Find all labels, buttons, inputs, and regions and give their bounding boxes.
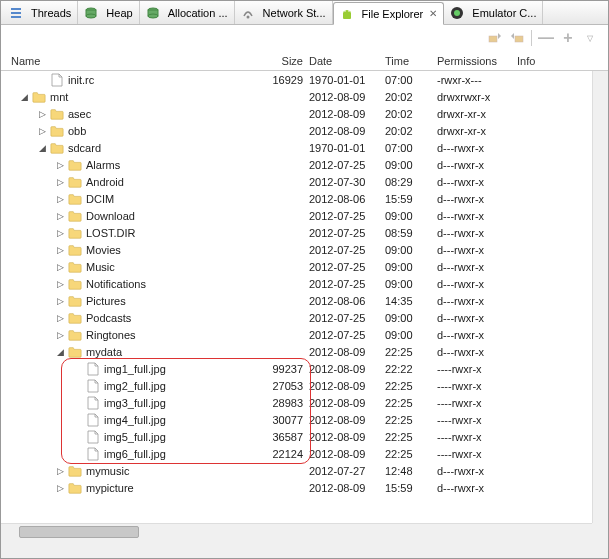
date-cell: 2012-08-09 (309, 108, 385, 120)
expander-icon[interactable]: ▷ (55, 482, 66, 493)
item-name: Android (86, 176, 124, 188)
folder-row[interactable]: ▷Ringtones2012-07-2509:00d---rwxr-x (1, 326, 608, 343)
folder-row[interactable]: ▷asec2012-08-0920:02drwxr-xr-x (1, 105, 608, 122)
expander-icon[interactable]: ▷ (55, 176, 66, 187)
folder-icon (50, 107, 64, 121)
tab-allocation-[interactable]: Allocation ... (140, 1, 235, 24)
add-icon[interactable]: + (560, 30, 576, 46)
folder-row[interactable]: ▷mypicture2012-08-0915:59d---rwxr-x (1, 479, 608, 496)
col-date[interactable]: Date (309, 55, 385, 67)
delete-icon[interactable]: — (538, 30, 554, 46)
tab-threads[interactable]: Threads (3, 1, 78, 24)
expander-icon[interactable]: ◢ (19, 91, 30, 102)
date-cell: 2012-07-25 (309, 261, 385, 273)
col-name[interactable]: Name (1, 55, 261, 67)
folder-icon (50, 141, 64, 155)
expander-icon (73, 431, 84, 442)
expander-icon[interactable]: ▷ (55, 278, 66, 289)
item-name: Download (86, 210, 135, 222)
svg-point-8 (148, 14, 158, 18)
col-permissions[interactable]: Permissions (437, 55, 517, 67)
item-name: img1_full.jpg (104, 363, 166, 375)
folder-row[interactable]: ▷Music2012-07-2509:00d---rwxr-x (1, 258, 608, 275)
col-size[interactable]: Size (261, 55, 309, 67)
folder-row[interactable]: ◢sdcard1970-01-0107:00d---rwxr-x (1, 139, 608, 156)
date-cell: 2012-07-27 (309, 465, 385, 477)
folder-row[interactable]: ▷Notifications2012-07-2509:00d---rwxr-x (1, 275, 608, 292)
time-cell: 08:29 (385, 176, 437, 188)
pull-icon[interactable] (487, 30, 503, 46)
perm-cell: ----rwxr-x (437, 363, 517, 375)
perm-cell: d---rwxr-x (437, 142, 517, 154)
file-icon (86, 362, 100, 376)
expander-icon[interactable]: ◢ (55, 346, 66, 357)
col-time[interactable]: Time (385, 55, 437, 67)
tab-heap[interactable]: Heap (78, 1, 139, 24)
folder-icon (68, 209, 82, 223)
menu-icon[interactable]: ▽ (582, 30, 598, 46)
expander-icon (73, 397, 84, 408)
folder-row[interactable]: ◢mydata2012-08-0922:25d---rwxr-x (1, 343, 608, 360)
vertical-scrollbar[interactable] (592, 71, 608, 523)
file-row[interactable]: img3_full.jpg289832012-08-0922:25----rwx… (1, 394, 608, 411)
expander-icon (73, 363, 84, 374)
expander-icon[interactable]: ▷ (55, 295, 66, 306)
file-row[interactable]: img1_full.jpg992372012-08-0922:22----rwx… (1, 360, 608, 377)
tab-file-explorer[interactable]: File Explorer✕ (333, 2, 445, 25)
expander-icon[interactable]: ▷ (55, 159, 66, 170)
item-name: obb (68, 125, 86, 137)
folder-row[interactable]: ▷Android2012-07-3008:29d---rwxr-x (1, 173, 608, 190)
expander-icon[interactable]: ▷ (55, 210, 66, 221)
item-name: Notifications (86, 278, 146, 290)
perm-cell: ----rwxr-x (437, 397, 517, 409)
folder-row[interactable]: ◢mnt2012-08-0920:02drwxrwxr-x (1, 88, 608, 105)
expander-icon[interactable]: ▷ (55, 244, 66, 255)
date-cell: 1970-01-01 (309, 142, 385, 154)
file-row[interactable]: init.rc169291970-01-0107:00-rwxr-x--- (1, 71, 608, 88)
expander-icon[interactable]: ◢ (37, 142, 48, 153)
time-cell: 22:25 (385, 380, 437, 392)
item-name: LOST.DIR (86, 227, 136, 239)
file-row[interactable]: img5_full.jpg365872012-08-0922:25----rwx… (1, 428, 608, 445)
tab-emulator-c-[interactable]: Emulator C... (444, 1, 543, 24)
horizontal-scrollbar[interactable] (1, 523, 592, 539)
svg-point-14 (454, 10, 460, 16)
expander-icon[interactable]: ▷ (37, 108, 48, 119)
expander-icon[interactable]: ▷ (55, 329, 66, 340)
folder-row[interactable]: ▷Pictures2012-08-0614:35d---rwxr-x (1, 292, 608, 309)
col-info[interactable]: Info (517, 55, 608, 67)
file-row[interactable]: img6_full.jpg221242012-08-0922:25----rwx… (1, 445, 608, 462)
folder-row[interactable]: ▷Podcasts2012-07-2509:00d---rwxr-x (1, 309, 608, 326)
perm-cell: d---rwxr-x (437, 278, 517, 290)
time-cell: 09:00 (385, 329, 437, 341)
file-icon (86, 396, 100, 410)
close-icon[interactable]: ✕ (429, 8, 437, 19)
item-name: asec (68, 108, 91, 120)
expander-icon[interactable]: ▷ (55, 465, 66, 476)
item-name: img6_full.jpg (104, 448, 166, 460)
size-cell: 22124 (261, 448, 309, 460)
folder-row[interactable]: ▷Alarms2012-07-2509:00d---rwxr-x (1, 156, 608, 173)
folder-row[interactable]: ▷Movies2012-07-2509:00d---rwxr-x (1, 241, 608, 258)
folder-row[interactable]: ▷Download2012-07-2509:00d---rwxr-x (1, 207, 608, 224)
expander-icon[interactable]: ▷ (55, 227, 66, 238)
date-cell: 2012-08-09 (309, 363, 385, 375)
push-icon[interactable] (509, 30, 525, 46)
folder-row[interactable]: ▷obb2012-08-0920:02drwxr-xr-x (1, 122, 608, 139)
svg-point-11 (344, 10, 346, 12)
file-icon (86, 379, 100, 393)
file-row[interactable]: img2_full.jpg270532012-08-0922:25----rwx… (1, 377, 608, 394)
folder-row[interactable]: ▷DCIM2012-08-0615:59d---rwxr-x (1, 190, 608, 207)
android-icon (340, 7, 354, 21)
expander-icon[interactable]: ▷ (37, 125, 48, 136)
expander-icon[interactable]: ▷ (55, 312, 66, 323)
tab-network-st-[interactable]: Network St... (235, 1, 333, 24)
svg-rect-10 (343, 12, 351, 19)
folder-row[interactable]: ▷LOST.DIR2012-07-2508:59d---rwxr-x (1, 224, 608, 241)
folder-row[interactable]: ▷mymusic2012-07-2712:48d---rwxr-x (1, 462, 608, 479)
expander-icon[interactable]: ▷ (55, 193, 66, 204)
perm-cell: d---rwxr-x (437, 261, 517, 273)
folder-icon (50, 124, 64, 138)
expander-icon[interactable]: ▷ (55, 261, 66, 272)
file-row[interactable]: img4_full.jpg300772012-08-0922:25----rwx… (1, 411, 608, 428)
